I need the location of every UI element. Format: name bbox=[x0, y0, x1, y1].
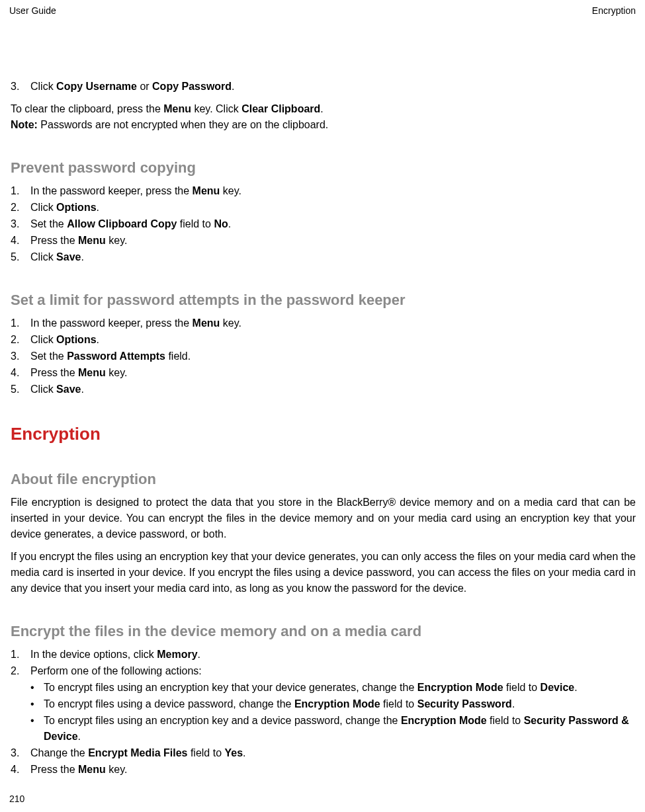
text: Set the bbox=[30, 350, 67, 362]
bold: Memory bbox=[157, 649, 197, 660]
bullet-marker: • bbox=[30, 680, 44, 696]
step-body: Click Options. bbox=[30, 200, 636, 216]
bold: Menu bbox=[78, 764, 106, 775]
bullet-body: To encrypt files using a device password… bbox=[44, 696, 515, 712]
note-text: Passwords are not encrypted when they ar… bbox=[38, 119, 328, 130]
step-body: Click Save. bbox=[30, 382, 636, 397]
step-number: 1. bbox=[11, 647, 30, 663]
text: field to bbox=[187, 747, 224, 758]
text: key. Click bbox=[191, 103, 241, 114]
page-number: 210 bbox=[9, 793, 24, 804]
step-number: 1. bbox=[11, 315, 30, 331]
section-title-password-attempts: Set a limit for password attempts in the… bbox=[11, 292, 636, 309]
text: . bbox=[228, 218, 231, 229]
bullet-marker: • bbox=[30, 713, 44, 745]
about-encryption-para1: File encryption is designed to protect t… bbox=[11, 495, 636, 542]
text: field to bbox=[503, 682, 540, 693]
bold: Menu bbox=[193, 317, 220, 329]
list-item: 2. Click Options. bbox=[11, 200, 636, 216]
text: . bbox=[243, 747, 245, 758]
note-label: Note: bbox=[11, 119, 38, 130]
list-item: 1. In the password keeper, press the Men… bbox=[11, 183, 636, 199]
text: . bbox=[232, 81, 234, 92]
text: . bbox=[97, 202, 99, 213]
list-item: 2. Perform one of the following actions: bbox=[11, 663, 636, 679]
bullet-item: • To encrypt files using an encryption k… bbox=[30, 713, 636, 745]
list-item: 3. Change the Encrypt Media Files field … bbox=[11, 745, 636, 761]
step-body: Click Options. bbox=[30, 332, 636, 348]
section-title-prevent-copying: Prevent password copying bbox=[11, 159, 636, 177]
text: Click bbox=[30, 384, 56, 395]
bold: Copy Password bbox=[152, 81, 232, 92]
bullet-body: To encrypt files using an encryption key… bbox=[44, 680, 578, 696]
text: key. bbox=[106, 367, 128, 378]
step-number: 1. bbox=[11, 183, 30, 199]
step-number: 4. bbox=[11, 762, 30, 778]
text: key. bbox=[220, 185, 241, 196]
list-item: 1. In the device options, click Memory. bbox=[11, 647, 636, 663]
text: . bbox=[78, 731, 81, 742]
step-body: Change the Encrypt Media Files field to … bbox=[30, 745, 636, 761]
text: In the password keeper, press the bbox=[30, 185, 193, 196]
step-body: Click Copy Username or Copy Password. bbox=[30, 79, 636, 95]
bold: Menu bbox=[78, 235, 106, 246]
text: key. bbox=[106, 235, 128, 246]
text: key. bbox=[106, 764, 128, 775]
bullet-item: • To encrypt files using a device passwo… bbox=[30, 696, 636, 712]
bold: Security Password bbox=[417, 698, 512, 710]
text: Change the bbox=[30, 747, 88, 758]
bold: Menu bbox=[193, 185, 220, 196]
text: . bbox=[198, 649, 200, 660]
step-number: 3. bbox=[11, 348, 30, 364]
bold: Options bbox=[56, 334, 96, 345]
text: Press the bbox=[30, 367, 78, 378]
step-number: 2. bbox=[11, 663, 30, 679]
text: . bbox=[81, 384, 83, 395]
text: Press the bbox=[30, 235, 78, 246]
list-item: 4. Press the Menu key. bbox=[11, 233, 636, 249]
list-item: 3. Set the Password Attempts field. bbox=[11, 348, 636, 364]
step-body: Press the Menu key. bbox=[30, 762, 636, 778]
text: . bbox=[574, 682, 577, 693]
step-body: Perform one of the following actions: bbox=[30, 663, 636, 679]
text: field to bbox=[177, 218, 214, 229]
bold: Clear Clipboard bbox=[241, 103, 320, 114]
text: or bbox=[137, 81, 152, 92]
bold: Password Attempts bbox=[67, 350, 165, 362]
list-item: 3. Set the Allow Clipboard Copy field to… bbox=[11, 216, 636, 232]
text: field to bbox=[380, 698, 417, 710]
bold: Encryption Mode bbox=[294, 698, 380, 710]
list-item: 5. Click Save. bbox=[11, 249, 636, 265]
step-body: In the password keeper, press the Menu k… bbox=[30, 315, 636, 331]
text: Press the bbox=[30, 764, 78, 775]
step-number: 3. bbox=[11, 79, 30, 95]
text: In the device options, click bbox=[30, 649, 157, 660]
section-title-encryption: Encryption bbox=[11, 424, 636, 444]
step-body: In the device options, click Memory. bbox=[30, 647, 636, 663]
list-item: 5. Click Save. bbox=[11, 382, 636, 397]
clipboard-para: To clear the clipboard, press the Menu k… bbox=[11, 101, 636, 117]
text: To encrypt files using a device password… bbox=[44, 698, 294, 710]
step-number: 3. bbox=[11, 745, 30, 761]
text: . bbox=[512, 698, 515, 710]
bold: Device bbox=[540, 682, 575, 693]
bold: Yes bbox=[224, 747, 243, 758]
text: . bbox=[81, 251, 83, 263]
page-header: User Guide Encryption bbox=[9, 5, 636, 16]
page-content: 3. Click Copy Username or Copy Password.… bbox=[9, 79, 636, 778]
bold: Encryption Mode bbox=[417, 682, 503, 693]
text: field. bbox=[165, 350, 191, 362]
bullet-body: To encrypt files using an encryption key… bbox=[44, 713, 636, 745]
step-body: Set the Allow Clipboard Copy field to No… bbox=[30, 216, 636, 232]
step-body: Press the Menu key. bbox=[30, 233, 636, 249]
text: To clear the clipboard, press the bbox=[11, 103, 163, 114]
bold: Menu bbox=[163, 103, 191, 114]
bold: Encryption Mode bbox=[401, 715, 487, 726]
about-encryption-para2: If you encrypt the files using an encryp… bbox=[11, 549, 636, 596]
section-title-about-file-encryption: About file encryption bbox=[11, 471, 636, 488]
bold: No bbox=[214, 218, 228, 229]
text: Click bbox=[30, 251, 56, 263]
text: key. bbox=[220, 317, 241, 329]
list-item: 4. Press the Menu key. bbox=[11, 762, 636, 778]
text: . bbox=[320, 103, 323, 114]
